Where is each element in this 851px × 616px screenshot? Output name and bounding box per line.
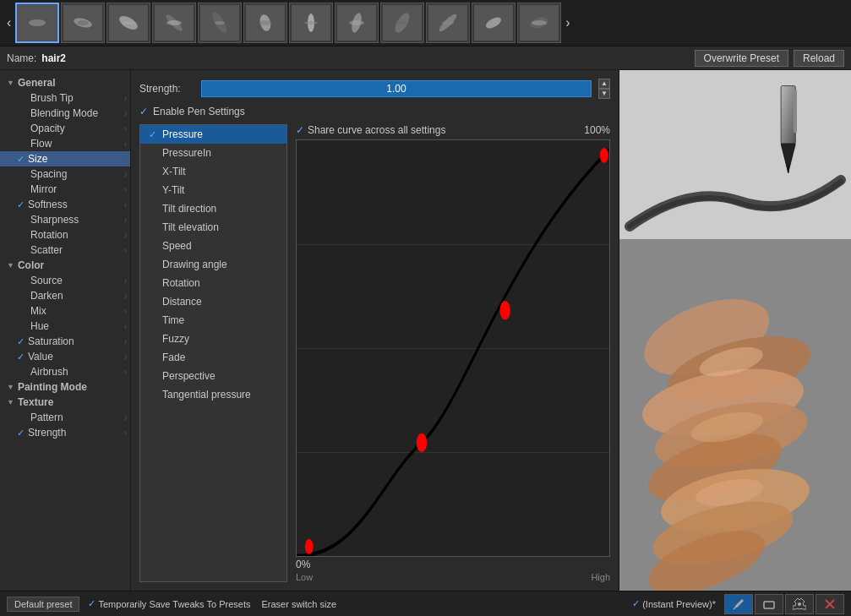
brush-preset-2[interactable] bbox=[61, 3, 105, 43]
left-item-size[interactable]: ✓Size› bbox=[0, 151, 130, 166]
dropdown-item-pressurein[interactable]: PressureIn bbox=[140, 144, 286, 162]
center-panel: Strength: 1.00 ▲ ▼ ✓ Enable Pen Settings… bbox=[131, 70, 619, 591]
brush-preset-9[interactable] bbox=[380, 3, 424, 43]
curve-point-end[interactable] bbox=[600, 148, 608, 163]
left-item-source[interactable]: Source› bbox=[0, 273, 130, 288]
brush-preset-8[interactable] bbox=[335, 3, 379, 43]
curve-canvas[interactable] bbox=[296, 139, 610, 557]
dropdown-item-tilt-elevation[interactable]: Tilt elevation bbox=[140, 218, 286, 237]
dropdown-item-perspective[interactable]: Perspective bbox=[140, 367, 286, 385]
left-item-mix[interactable]: Mix› bbox=[0, 303, 130, 319]
left-item-spacing[interactable]: Spacing› bbox=[0, 166, 130, 182]
left-item-airbrush[interactable]: Airbrush› bbox=[0, 364, 130, 379]
item-arrow-blending-mode: › bbox=[124, 109, 127, 118]
brush-preset-3[interactable] bbox=[106, 3, 150, 43]
brush-preset-4[interactable] bbox=[152, 3, 196, 43]
settings-tool-icon[interactable] bbox=[785, 594, 814, 614]
section-header-texture[interactable]: ▼Texture bbox=[0, 395, 130, 410]
reload-button[interactable]: Reload bbox=[794, 50, 844, 67]
brush-preset-10[interactable] bbox=[426, 3, 470, 43]
item-label-hue: Hue bbox=[30, 320, 49, 332]
curve-svg bbox=[297, 140, 609, 556]
left-item-pattern[interactable]: Pattern› bbox=[0, 410, 130, 425]
item-arrow-value: › bbox=[124, 352, 127, 362]
item-arrow-sharpness: › bbox=[124, 215, 127, 225]
dropdown-item-drawing-angle[interactable]: Drawing angle bbox=[140, 255, 286, 274]
item-label-rotation: Rotation bbox=[30, 229, 68, 241]
check-softness: ✓ bbox=[17, 199, 25, 210]
strength-up[interactable]: ▲ bbox=[598, 79, 610, 89]
left-item-flow[interactable]: Flow› bbox=[0, 136, 130, 151]
svg-point-23 bbox=[349, 20, 364, 25]
eraser-tool-icon[interactable] bbox=[755, 594, 783, 614]
dropdown-item-tilt-direction[interactable]: Tilt direction bbox=[140, 199, 286, 218]
dropdown-item-x-tilt[interactable]: X-Tilt bbox=[140, 162, 286, 181]
svg-point-8 bbox=[122, 21, 135, 25]
left-item-strength-tex[interactable]: ✓Strength› bbox=[0, 425, 130, 440]
curve-point-2[interactable] bbox=[500, 301, 510, 319]
eraser-switch-item[interactable]: Eraser switch size bbox=[259, 599, 336, 609]
axis-high-label: High bbox=[591, 572, 610, 582]
curve-point-1[interactable] bbox=[417, 433, 427, 452]
delete-icon[interactable] bbox=[816, 594, 844, 614]
section-header-color[interactable]: ▼Color bbox=[0, 258, 130, 273]
brush-preset-7[interactable] bbox=[289, 3, 333, 43]
svg-point-29 bbox=[442, 20, 454, 25]
item-arrow-darken: › bbox=[124, 292, 127, 301]
brush-preset-5[interactable] bbox=[198, 3, 242, 43]
left-item-softness[interactable]: ✓Softness› bbox=[0, 197, 130, 212]
left-item-scatter[interactable]: Scatter› bbox=[0, 243, 130, 258]
instant-preview-item[interactable]: ✓ (Instant Preview)* bbox=[632, 598, 716, 609]
item-label-pattern: Pattern bbox=[30, 412, 63, 423]
save-tweaks-item[interactable]: ✓ Temporarily Save Tweaks To Presets bbox=[88, 598, 250, 609]
dropdown-item-pressure[interactable]: ✓Pressure bbox=[140, 125, 286, 144]
curve-point-start[interactable] bbox=[305, 539, 314, 554]
pen-settings-check[interactable]: ✓ bbox=[139, 106, 148, 117]
dropdown-item-y-tilt[interactable]: Y-Tilt bbox=[140, 181, 286, 199]
dropdown-item-fade[interactable]: Fade bbox=[140, 348, 286, 367]
brush-preset-11[interactable] bbox=[472, 3, 516, 43]
dropdown-item-tangential[interactable]: Tangential pressure bbox=[140, 385, 286, 404]
left-item-darken[interactable]: Darken› bbox=[0, 288, 130, 303]
dd-label-fuzzy: Fuzzy bbox=[162, 333, 189, 345]
strength-down[interactable]: ▼ bbox=[598, 89, 610, 99]
overwrite-preset-button[interactable]: Overwrite Preset bbox=[695, 50, 788, 67]
section-header-painting-mode[interactable]: ▼Painting Mode bbox=[0, 379, 130, 395]
share-curve-check[interactable]: ✓ bbox=[296, 124, 304, 136]
content-area: ✓PressurePressureInX-TiltY-TiltTilt dire… bbox=[139, 124, 610, 582]
left-panel: ▼GeneralBrush Tip›Blending Mode›Opacity›… bbox=[0, 70, 131, 591]
left-item-hue[interactable]: Hue› bbox=[0, 319, 130, 334]
share-curve-label[interactable]: Share curve across all settings bbox=[308, 124, 445, 136]
brush-preset-6[interactable] bbox=[243, 3, 287, 43]
dropdown-item-speed[interactable]: Speed bbox=[140, 237, 286, 255]
dd-label-rotation: Rotation bbox=[162, 277, 200, 289]
default-preset-button[interactable]: Default preset bbox=[7, 597, 79, 612]
left-item-rotation[interactable]: Rotation› bbox=[0, 227, 130, 243]
left-item-mirror[interactable]: Mirror› bbox=[0, 182, 130, 197]
next-arrow[interactable]: › bbox=[562, 15, 573, 30]
left-item-blending-mode[interactable]: Blending Mode› bbox=[0, 106, 130, 121]
dropdown-item-fuzzy[interactable]: Fuzzy bbox=[140, 330, 286, 348]
item-arrow-scatter: › bbox=[124, 246, 127, 255]
instant-label: (Instant Preview)* bbox=[642, 599, 716, 609]
left-item-sharpness[interactable]: Sharpness› bbox=[0, 212, 130, 227]
brush-tool-icon[interactable] bbox=[724, 594, 753, 614]
left-item-brush-tip[interactable]: Brush Tip› bbox=[0, 90, 130, 106]
pen-settings-label[interactable]: Enable Pen Settings bbox=[153, 106, 245, 117]
name-label: Name: bbox=[7, 52, 36, 64]
instant-check: ✓ bbox=[632, 598, 640, 609]
left-item-opacity[interactable]: Opacity› bbox=[0, 121, 130, 136]
left-item-value[interactable]: ✓Value› bbox=[0, 349, 130, 364]
section-header-general[interactable]: ▼General bbox=[0, 75, 130, 90]
strength-slider[interactable]: 1.00 bbox=[201, 80, 592, 97]
prev-arrow[interactable]: ‹ bbox=[3, 15, 14, 30]
brush-preset-1[interactable] bbox=[15, 3, 59, 43]
brush-preset-12[interactable] bbox=[517, 3, 561, 43]
dropdown-item-rotation[interactable]: Rotation bbox=[140, 274, 286, 292]
item-arrow-strength-tex: › bbox=[124, 428, 127, 438]
dropdown-item-time[interactable]: Time bbox=[140, 311, 286, 330]
left-item-saturation[interactable]: ✓Saturation› bbox=[0, 334, 130, 349]
dropdown-item-distance[interactable]: Distance bbox=[140, 292, 286, 311]
svg-line-51 bbox=[734, 607, 736, 609]
item-label-opacity: Opacity bbox=[30, 123, 65, 134]
